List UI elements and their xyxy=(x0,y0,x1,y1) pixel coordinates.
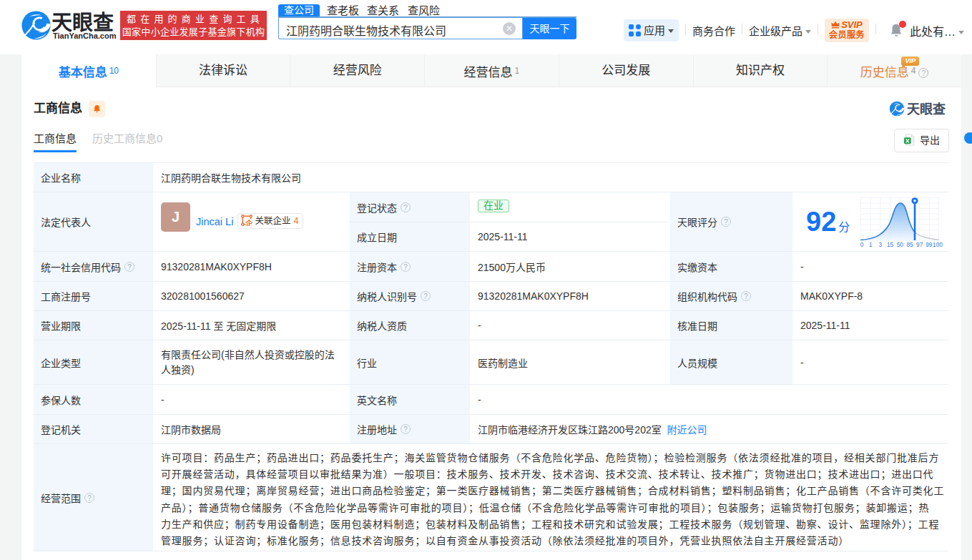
svg-text:3: 3 xyxy=(879,241,883,248)
svg-text:50: 50 xyxy=(897,241,904,248)
svg-text:100: 100 xyxy=(933,241,943,248)
svg-text:1: 1 xyxy=(869,241,873,248)
svg-text:85: 85 xyxy=(907,241,914,248)
svg-text:0: 0 xyxy=(860,241,864,248)
svg-text:天眼查: 天眼查 xyxy=(907,102,946,117)
svg-text:97: 97 xyxy=(916,241,923,248)
svg-text:企: 企 xyxy=(245,219,253,226)
svg-text:15: 15 xyxy=(887,241,894,248)
svg-text:99: 99 xyxy=(926,241,933,248)
